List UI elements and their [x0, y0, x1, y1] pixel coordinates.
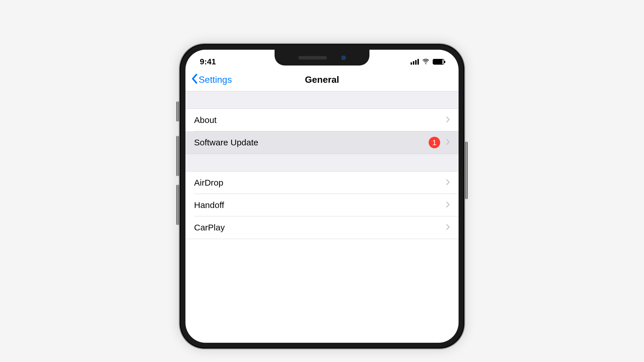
volume-down-button[interactable]	[176, 185, 179, 225]
chevron-right-icon	[446, 116, 450, 124]
list-item-airdrop[interactable]: AirDrop	[185, 172, 459, 194]
back-button[interactable]: Settings	[191, 74, 232, 86]
list-item-label: AirDrop	[194, 178, 446, 188]
chevron-left-icon	[191, 74, 198, 86]
back-label: Settings	[199, 74, 232, 85]
notch	[275, 50, 369, 66]
list-group: AirDrop Handoff CarPlay	[185, 171, 459, 239]
list-item-label: Software Update	[194, 138, 429, 147]
chevron-right-icon	[446, 201, 450, 209]
list-item-label: CarPlay	[194, 223, 446, 232]
list-item-software-update[interactable]: Software Update 1	[185, 131, 459, 154]
list-item-label: Handoff	[194, 200, 446, 210]
mute-switch[interactable]	[176, 101, 179, 122]
chevron-right-icon	[446, 179, 450, 187]
notification-badge: 1	[429, 137, 440, 148]
nav-bar: Settings General	[185, 68, 459, 91]
power-button[interactable]	[465, 142, 468, 199]
battery-icon	[433, 59, 444, 65]
status-time: 9:41	[200, 57, 216, 66]
phone-frame: 9:41 Settin	[179, 43, 465, 349]
page-title: General	[305, 74, 339, 85]
group-spacer	[185, 154, 459, 171]
list-item-handoff[interactable]: Handoff	[185, 194, 459, 216]
chevron-right-icon	[446, 138, 450, 147]
screen: 9:41 Settin	[185, 50, 459, 343]
front-camera	[341, 55, 346, 60]
chevron-right-icon	[446, 224, 450, 232]
content: About Software Update 1 AirDrop	[185, 91, 459, 239]
speaker	[298, 56, 327, 59]
list-item-label: About	[194, 115, 446, 125]
list-item-carplay[interactable]: CarPlay	[185, 216, 459, 239]
status-icons	[411, 57, 444, 66]
cellular-signal-icon	[411, 59, 419, 65]
list-group: About Software Update 1	[185, 109, 459, 154]
volume-up-button[interactable]	[176, 136, 179, 176]
list-item-about[interactable]: About	[185, 109, 459, 131]
wifi-icon	[422, 57, 430, 66]
group-spacer	[185, 91, 459, 109]
